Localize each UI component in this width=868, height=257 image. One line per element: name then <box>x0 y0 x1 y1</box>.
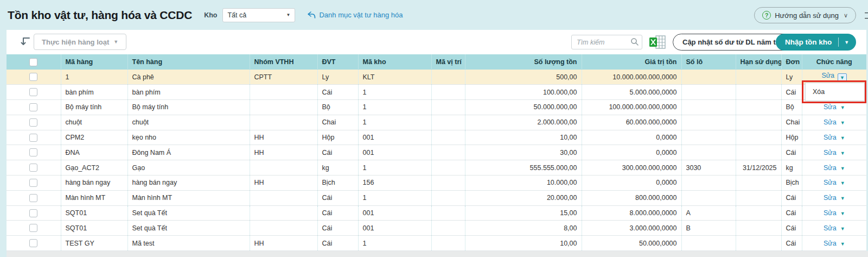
cell-lot: A <box>681 205 736 221</box>
table-row[interactable]: TEST GYMã testHHCái110,0050.000,0000CáiS… <box>7 236 866 251</box>
column-header-8[interactable]: Giá trị tồn <box>582 54 681 70</box>
cell-expiry <box>736 205 781 221</box>
row-checkbox[interactable] <box>29 148 37 156</box>
cell-code: SQT01 <box>61 221 127 236</box>
action-dropdown-toggle[interactable]: ▼ <box>840 196 845 201</box>
row-checkbox[interactable] <box>29 118 37 127</box>
column-header-3[interactable]: Nhóm VTHH <box>250 54 317 70</box>
excel-export-icon[interactable] <box>649 35 666 49</box>
cell-group <box>250 100 317 115</box>
cell-warehouse: 1 <box>358 115 431 130</box>
edit-link[interactable]: Sửa <box>824 118 837 126</box>
action-dropdown-toggle[interactable]: ▼ <box>840 135 845 141</box>
cell-unit2: Cái <box>781 236 802 251</box>
table-row[interactable]: Màn hình MTMàn hình MTCái120.000,00800.0… <box>7 190 866 205</box>
action-dropdown-toggle[interactable]: ▼ <box>840 211 845 216</box>
column-header-5[interactable]: Mã kho <box>358 54 431 70</box>
row-checkbox[interactable] <box>29 88 37 96</box>
edit-link[interactable]: Sửa <box>824 224 837 232</box>
help-button[interactable]: ? Hướng dẫn sử dụng ∨ <box>754 7 856 23</box>
table-row[interactable]: 1Cà phêCPTTLyKLT500,0010.000.000.000,000… <box>7 70 866 85</box>
import-stock-button[interactable]: Nhập tồn kho ▼ <box>776 34 856 51</box>
cell-warehouse: KLT <box>358 70 431 85</box>
column-header-2[interactable]: Tên hàng <box>127 54 250 70</box>
row-checkbox[interactable] <box>29 224 37 232</box>
cell-unit2: Bộ <box>781 100 802 115</box>
action-dropdown-toggle[interactable]: ▼ <box>840 180 845 186</box>
edit-link[interactable]: Sửa <box>821 72 834 79</box>
cell-group: HH <box>250 145 317 160</box>
column-header-7[interactable]: Số lượng tồn <box>465 54 582 70</box>
edit-link[interactable]: Sửa <box>824 164 837 172</box>
row-checkbox[interactable] <box>29 179 37 187</box>
cell-name: Mã test <box>127 236 250 251</box>
column-header-9[interactable]: Số lô <box>681 54 736 70</box>
edit-link[interactable]: Sửa <box>824 240 837 247</box>
cell-name: Màn hình MT <box>127 190 250 205</box>
column-header-1[interactable]: Mã hàng <box>61 54 127 70</box>
horizontal-scrollbar[interactable] <box>7 251 868 257</box>
warehouse-select[interactable]: Tất cả ▼ <box>222 8 295 22</box>
cell-name: Set quà Tết <box>127 221 250 236</box>
table-row[interactable]: SQT01Set quà TếtCái0018,003.000.000,0000… <box>7 221 866 236</box>
table-row[interactable]: ĐNAĐông Nam ÁHHCái00130,000,0000CáiSửa▼ <box>7 145 866 160</box>
row-checkbox[interactable] <box>29 103 37 111</box>
table-row[interactable]: Gạo_ACT2Gạokg1555.555.000,00300.000.000,… <box>7 160 866 175</box>
select-all-checkbox[interactable] <box>29 58 37 66</box>
cell-qty: 100.000,00 <box>465 85 582 100</box>
column-header-6[interactable]: Mã vị trí <box>431 54 465 70</box>
cell-code: SQT01 <box>61 205 127 221</box>
cell-lot: 3030 <box>681 160 736 175</box>
cell-actions: Sửa▼ <box>802 175 866 191</box>
dropdown-item-delete[interactable]: Xóa <box>813 88 825 96</box>
cell-value: 50.000,0000 <box>582 236 681 251</box>
action-dropdown-toggle[interactable]: ▼ <box>840 120 845 126</box>
cell-actions: Sửa▼ <box>802 115 866 130</box>
collapse-download-icon[interactable] <box>20 36 31 48</box>
edit-link[interactable]: Sửa <box>824 179 837 186</box>
cell-unit2: Cái <box>781 85 802 100</box>
edit-link[interactable]: Sửa <box>824 209 837 217</box>
column-header-4[interactable]: ĐVT <box>317 54 358 70</box>
edit-link[interactable]: Sửa <box>824 149 837 156</box>
row-checkbox[interactable] <box>29 73 37 81</box>
table-row[interactable]: CPM2kẹo nhoHHHộp00110,000,0000HộpSửa▼ <box>7 130 866 145</box>
bulk-action-label: Thực hiện hàng loạt <box>42 38 109 46</box>
edit-link[interactable]: Sửa <box>824 134 837 141</box>
cell-code: Bộ máy tính <box>61 100 127 115</box>
bulk-action-button[interactable]: Thực hiện hàng loạt ▼ <box>34 34 126 50</box>
action-dropdown-toggle[interactable]: ▼ <box>840 151 845 156</box>
action-dropdown-toggle[interactable]: ▼ <box>840 105 845 110</box>
table-row[interactable]: Bộ máy tínhBộ máy tínhBộ150.000.000,0010… <box>7 100 866 115</box>
column-header-12[interactable]: Chức năng <box>802 54 866 70</box>
edit-link[interactable]: Sửa <box>824 194 837 202</box>
cell-unit: Cái <box>317 236 358 251</box>
action-dropdown-toggle[interactable]: ▼ <box>840 241 845 247</box>
row-checkbox[interactable] <box>29 239 37 247</box>
action-dropdown-toggle[interactable]: ▼ <box>838 73 847 82</box>
catalog-link[interactable]: Danh mục vật tư hàng hóa <box>307 11 403 19</box>
chevron-down-icon[interactable]: ▼ <box>839 40 856 45</box>
cell-warehouse: 1 <box>358 85 431 100</box>
row-checkbox[interactable] <box>29 134 37 142</box>
cell-warehouse: 001 <box>358 145 431 160</box>
cell-unit2: Cái <box>781 221 802 236</box>
row-checkbox[interactable] <box>29 209 37 217</box>
cell-lot <box>681 175 736 191</box>
cell-location <box>431 130 465 145</box>
row-checkbox[interactable] <box>29 164 37 172</box>
cell-location <box>431 205 465 221</box>
table-row[interactable]: chuộtchuộtChai12.000.000,0060.000.000,00… <box>7 115 866 130</box>
table-row[interactable]: SQT01Set quà TếtCái00115,008.000.000,000… <box>7 205 866 221</box>
cell-lot <box>681 70 736 85</box>
action-dropdown-toggle[interactable]: ▼ <box>840 166 845 171</box>
action-dropdown-toggle[interactable]: ▼ <box>840 226 845 231</box>
table-row[interactable]: hàng bán ngayhàng bán ngayHHBịch15610.00… <box>7 175 866 191</box>
column-header-10[interactable]: Hạn sử dụng <box>736 54 781 70</box>
cell-location <box>431 145 465 160</box>
column-header-11[interactable]: Đơn <box>781 54 802 70</box>
cell-qty: 50.000.000,00 <box>465 100 582 115</box>
table-row[interactable]: bàn phímbàn phímCái1100.000,005.000.000,… <box>7 85 866 100</box>
edit-link[interactable]: Sửa <box>824 103 837 111</box>
row-checkbox[interactable] <box>29 194 37 202</box>
